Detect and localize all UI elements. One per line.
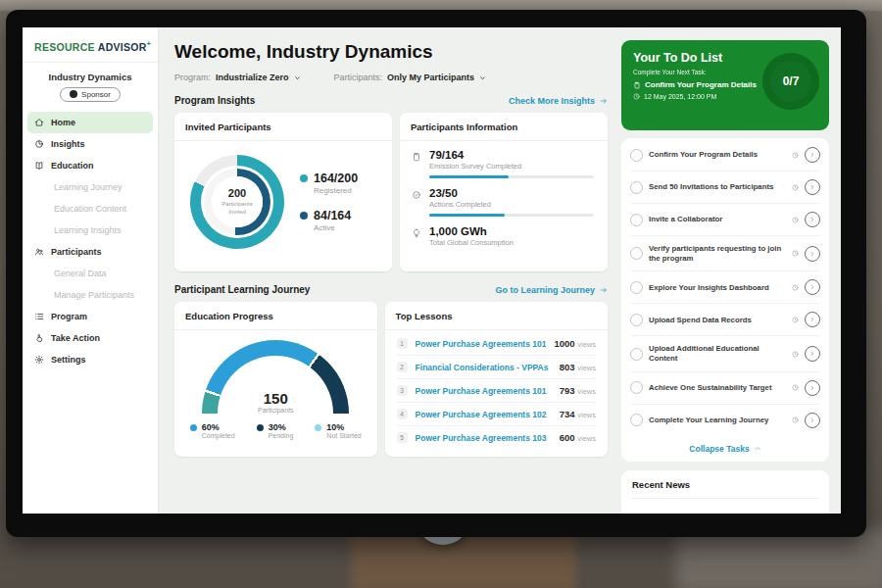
sidebar-program-name: Industry Dynamics [23,72,158,82]
filter-bar: Program: Industrialize Zero Participants… [174,73,608,82]
task-row: Achieve One Sustainability Target [630,372,820,405]
dashboard-screen: RESOURCE ADVISOR+ Industry Dynamics Spon… [23,27,841,514]
lesson-link[interactable]: Power Purchase Agreements 101 [416,339,547,349]
task-checkbox[interactable] [630,414,643,426]
chevron-right-icon [809,417,815,423]
clock-icon [792,317,799,323]
task-checkbox[interactable] [630,314,643,326]
task-checkbox[interactable] [630,381,643,394]
lesson-rank: 1 [397,338,408,349]
lesson-link[interactable]: Financial Considerations - VPPAs [416,363,552,372]
bulb-icon [412,228,421,238]
page-title: Welcome, Industry Dynamics [174,41,608,63]
gauge-center-value: 150 [202,390,349,407]
chevron-right-icon [809,317,815,322]
sidebar-item-settings[interactable]: Settings [23,349,158,370]
legend-dot [190,424,197,431]
task-open-button[interactable] [805,279,820,295]
sidebar-item-learning-journey[interactable]: Learning Journey [23,176,158,198]
legend-dot [315,424,321,431]
participants-information-card: Participants Information 79/164 Emission… [400,113,608,271]
lesson-link[interactable]: Power Purchase Agreements 103 [416,433,552,443]
task-checkbox[interactable] [630,281,643,294]
stat-actions-completed: 23/50 Actions Completed [412,187,594,217]
program-dropdown[interactable]: Program: Industrialize Zero [174,73,301,82]
lesson-row: 2 Financial Considerations - VPPAs 803 v… [397,356,596,379]
program-icon [34,312,44,321]
sidebar-item-home[interactable]: Home [27,112,153,133]
legend-pending: 30% Pending [257,422,294,439]
clock-icon [792,416,799,423]
task-row: Explore Your Insights Dashboard [630,271,820,304]
legend-active: 84/164 Active [300,209,358,232]
sidebar-item-manage-participants[interactable]: Manage Participants [23,284,158,306]
task-row: Upload Spend Data Records [630,304,820,336]
chevron-down-icon [294,74,301,81]
todo-summary-card: Your To Do List Complete Your Next Task:… [621,40,829,130]
sidebar-item-participants[interactable]: Participants [23,241,158,263]
task-row: Upload Additional Educational Content [630,336,820,371]
task-open-button[interactable] [805,346,820,362]
photo-background: { "brand": {"left": "RESOURCE", "right":… [0,0,882,588]
task-open-button[interactable] [805,413,820,428]
stat-global-consumption: 1,000 GWh Total Global Consumption [412,225,594,247]
sidebar-item-program[interactable]: Program [23,306,158,327]
check-more-insights-link[interactable]: Check More Insights [509,96,608,106]
clock-icon [792,384,799,391]
invited-legend: 164/200 Registered 84/164 Active [300,172,358,232]
task-checkbox[interactable] [630,247,643,260]
arrow-right-icon [600,286,608,294]
legend-registered: 164/200 Registered [300,172,358,195]
task-open-button[interactable] [805,380,820,396]
task-row: Verify participants requesting to join t… [630,236,820,271]
task-row: Complete Your Learning Journey [630,405,820,436]
arrow-right-icon [600,97,608,105]
insights-icon [34,139,44,149]
sidebar-item-learning-insights[interactable]: Learning Insights [23,220,158,241]
task-open-button[interactable] [805,246,820,262]
task-checkbox[interactable] [630,181,643,194]
legend-dot [257,424,264,431]
sidebar-item-education-content[interactable]: Education Content [23,198,158,220]
task-open-button[interactable] [805,147,820,163]
go-to-learning-journey-link[interactable]: Go to Learning Journey [495,285,608,295]
lesson-link[interactable]: Power Purchase Agreements 101 [416,386,552,396]
invited-donut-chart: 200 ParticipantsInvited [190,155,284,249]
donut-center-value: 200 [228,187,246,199]
top-lessons-header: Top Lessons [385,302,608,330]
sidebar-item-general-data[interactable]: General Data [23,263,158,284]
education-legend: 60% Completed 30% Pending [190,422,362,439]
lesson-rank: 5 [397,432,408,443]
task-open-button[interactable] [805,312,820,327]
task-checkbox[interactable] [630,149,643,162]
invited-participants-card: Invited Participants 200 ParticipantsInv… [174,113,392,271]
lesson-row: 5 Power Purchase Agreements 103 600 view… [397,426,596,449]
task-row: Invite a Collaborator [630,204,820,236]
take-action-icon [34,333,44,343]
learning-journey-title: Participant Learning Journey [174,284,310,295]
sponsor-badge[interactable]: Sponsor [60,87,121,102]
task-row: Send 50 Invitations to Participants [630,172,820,204]
todo-tasks-card: Confirm Your Program Details Send 50 Inv… [621,138,829,462]
sidebar-item-take-action[interactable]: Take Action [23,327,158,349]
participants-icon [34,247,44,257]
sidebar-item-education[interactable]: Education [23,155,158,176]
task-open-button[interactable] [805,179,820,195]
legend-dot [300,174,308,182]
task-checkbox[interactable] [630,214,643,226]
lesson-rank: 3 [397,385,408,396]
collapse-tasks-link[interactable]: Collapse Tasks [630,436,820,458]
chevron-right-icon [809,217,815,222]
task-open-button[interactable] [805,212,820,227]
todo-progress-ring: 0/7 [762,53,819,110]
participants-dropdown[interactable]: Participants: Only My Participants [334,73,487,82]
todo-panel: Your To Do List Complete Your Next Task:… [617,27,841,514]
clock-icon [792,284,799,291]
clock-icon [792,152,799,159]
education-progress-header: Education Progress [174,302,377,330]
clock-icon [792,351,799,358]
task-checkbox[interactable] [630,348,643,361]
clipboard-icon [412,152,421,162]
lesson-link[interactable]: Power Purchase Agreements 102 [416,410,552,419]
sidebar-item-insights[interactable]: Insights [23,133,158,155]
